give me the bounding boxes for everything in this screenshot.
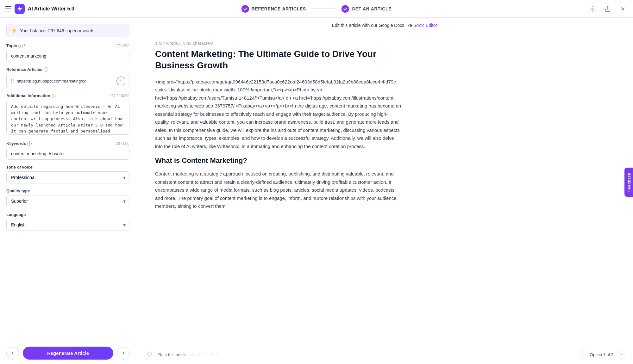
topic-char-count: 17 / 200 bbox=[116, 44, 129, 48]
topic-input[interactable] bbox=[6, 50, 129, 62]
close-button[interactable] bbox=[618, 4, 628, 14]
star-4[interactable]: ☆ bbox=[209, 351, 214, 358]
reference-row: ⠿ https://blog.hubspot.com/marketing/cc … bbox=[6, 74, 129, 88]
step-connector bbox=[311, 9, 336, 9]
star-1[interactable]: ☆ bbox=[190, 351, 195, 358]
svg-point-0 bbox=[592, 8, 593, 9]
language-label: Language bbox=[6, 212, 26, 217]
app-header: AI Article Writer 5.0 REFERENCE ARTICLES… bbox=[0, 0, 633, 18]
tone-select-wrapper: Professional ▾ bbox=[6, 171, 129, 183]
step-get-article[interactable]: GET AN ARTICLE bbox=[336, 5, 397, 13]
regenerate-button[interactable]: Regenerate Article bbox=[23, 347, 113, 360]
option-nav: Option 1 of 2 bbox=[578, 350, 625, 359]
star-3[interactable]: ☆ bbox=[203, 351, 208, 358]
app-logo bbox=[15, 4, 25, 14]
additional-info-field-group: Additional Information i 237 / 10000 Add… bbox=[6, 93, 129, 136]
heart-button[interactable] bbox=[144, 349, 155, 360]
step1-icon bbox=[241, 5, 249, 13]
quality-select-wrapper: Superior ▾ bbox=[6, 195, 129, 207]
feedback-tab[interactable]: Feedback bbox=[624, 167, 633, 196]
topic-required: * bbox=[24, 43, 26, 48]
language-select[interactable]: English bbox=[6, 219, 129, 231]
quality-label-row: Quality type bbox=[6, 188, 129, 193]
topic-label: Topic i * bbox=[6, 43, 26, 48]
additional-info-label: Additional Information i bbox=[6, 93, 56, 98]
keywords-label-row: Keywords i 28 / 500 bbox=[6, 141, 129, 146]
star-5[interactable]: ☆ bbox=[215, 351, 220, 358]
language-field-group: Language English ▾ bbox=[6, 212, 129, 231]
app-title: AI Article Writer 5.0 bbox=[28, 6, 74, 12]
option-next-button[interactable] bbox=[617, 350, 625, 359]
prev-button[interactable] bbox=[6, 347, 19, 360]
article-bottom-bar: Rate this article ☆ ☆ ☆ ☆ ☆ Option 1 of … bbox=[136, 345, 633, 364]
keywords-info-icon[interactable]: i bbox=[27, 141, 32, 146]
drag-handle-icon[interactable]: ⠿ bbox=[10, 78, 14, 84]
step2-icon bbox=[342, 5, 349, 13]
star-2[interactable]: ☆ bbox=[196, 351, 201, 358]
edit-text: Edit this article with our Google Docs l… bbox=[332, 23, 412, 28]
article-area: Edit this article with our Google Docs l… bbox=[136, 18, 633, 364]
reference-info-icon[interactable]: i bbox=[44, 67, 48, 72]
tone-field-group: Tone of voice Professional ▾ bbox=[6, 165, 129, 183]
step2-label: GET AN ARTICLE bbox=[352, 6, 392, 11]
topic-info-icon[interactable]: i bbox=[18, 44, 23, 48]
rate-text: Rate this article bbox=[158, 352, 187, 357]
sidebar: ⚡ Your balance: 267,646 superior words T… bbox=[0, 18, 136, 364]
keywords-label: Keywords i bbox=[6, 141, 32, 146]
step1-label: REFERENCE ARTICLES bbox=[252, 6, 306, 11]
header-right bbox=[587, 4, 628, 14]
reference-label-row: Reference Articles i bbox=[6, 67, 129, 72]
share-button[interactable] bbox=[603, 4, 613, 14]
article-h2: What is Content Marketing? bbox=[155, 157, 402, 165]
menu-icon[interactable] bbox=[5, 6, 11, 11]
language-label-row: Language bbox=[6, 212, 129, 217]
reference-url: https://blog.hubspot.com/marketing/cc bbox=[17, 79, 114, 83]
tone-label-row: Tone of voice bbox=[6, 165, 129, 170]
keywords-char-count: 28 / 500 bbox=[116, 141, 129, 146]
language-select-wrapper: English ▾ bbox=[6, 219, 129, 231]
rate-section: Rate this article ☆ ☆ ☆ ☆ ☆ bbox=[144, 349, 220, 360]
balance-icon: ⚡ bbox=[11, 28, 17, 34]
add-reference-button[interactable]: + bbox=[116, 77, 125, 85]
balance-bar: ⚡ Your balance: 267,646 superior words bbox=[6, 24, 129, 37]
article-para2: Content marketing is a strategic approac… bbox=[155, 170, 402, 210]
topic-field-group: Topic i * 17 / 200 bbox=[6, 43, 129, 62]
tone-label: Tone of voice bbox=[6, 165, 33, 170]
additional-info-char-count: 237 / 10000 bbox=[110, 94, 129, 98]
header-steps: REFERENCE ARTICLES GET AN ARTICLE bbox=[236, 5, 397, 13]
header-left: AI Article Writer 5.0 bbox=[5, 4, 141, 14]
additional-info-label-row: Additional Information i 237 / 10000 bbox=[6, 93, 129, 98]
quality-field-group: Quality type Superior ▾ bbox=[6, 188, 129, 207]
quality-label: Quality type bbox=[6, 188, 30, 193]
next-button[interactable] bbox=[117, 347, 130, 360]
main-layout: ⚡ Your balance: 267,646 superior words T… bbox=[0, 18, 633, 364]
article-intro: <img src="https://pixabay.com/get/ga0964… bbox=[155, 78, 402, 151]
keywords-input[interactable] bbox=[6, 148, 129, 160]
balance-text: Your balance: 267,646 superior words bbox=[20, 28, 94, 33]
option-prev-button[interactable] bbox=[578, 350, 587, 359]
topic-label-row: Topic i * 17 / 200 bbox=[6, 43, 129, 48]
additional-info-icon[interactable]: i bbox=[52, 94, 56, 98]
reference-articles-field-group: Reference Articles i ⠿ https://blog.hubs… bbox=[6, 67, 129, 88]
article-meta: 1224 words / 7332 characters bbox=[136, 33, 633, 48]
settings-button[interactable] bbox=[587, 4, 598, 14]
additional-info-textarea[interactable]: Add details regarding how Writesonic - A… bbox=[6, 100, 129, 135]
option-label: Option 1 of 2 bbox=[590, 352, 613, 357]
keywords-field-group: Keywords i 28 / 500 bbox=[6, 141, 129, 160]
tone-select[interactable]: Professional bbox=[6, 171, 129, 183]
quality-select[interactable]: Superior bbox=[6, 195, 129, 207]
reference-label: Reference Articles i bbox=[6, 67, 48, 72]
step-reference-articles[interactable]: REFERENCE ARTICLES bbox=[236, 5, 311, 13]
sidebar-footer: Regenerate Article bbox=[0, 342, 136, 364]
star-rating[interactable]: ☆ ☆ ☆ ☆ ☆ bbox=[190, 351, 220, 358]
article-title: Content Marketing: The Ultimate Guide to… bbox=[155, 48, 402, 71]
sonic-editor-link[interactable]: Sonic Editor bbox=[413, 23, 437, 28]
article-body: Content Marketing: The Ultimate Guide to… bbox=[136, 48, 421, 236]
article-topbar: Edit this article with our Google Docs l… bbox=[136, 18, 633, 33]
